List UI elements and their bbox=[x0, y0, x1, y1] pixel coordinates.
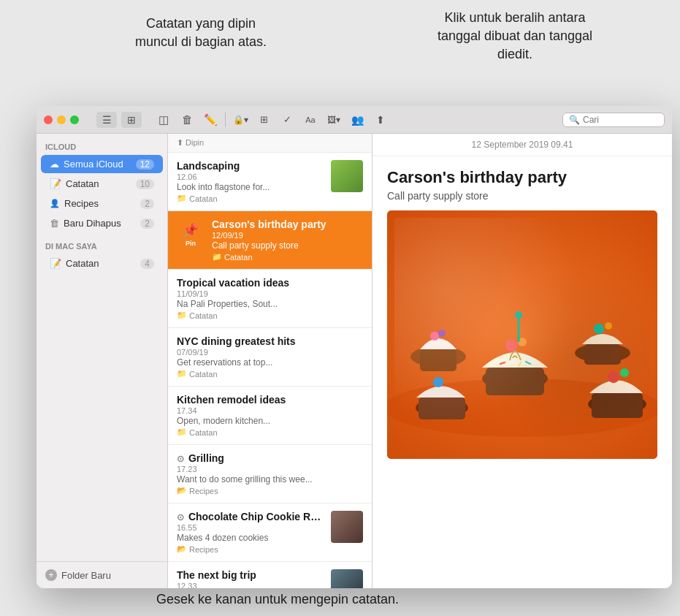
note-item-landscaping[interactable]: Landscaping 12.06 Look into flagstone fo… bbox=[168, 153, 372, 211]
lock-button[interactable]: 🔒▾ bbox=[230, 111, 251, 129]
note-content-tropical: Tropical vacation ideas 11/09/19 Na Pali… bbox=[177, 277, 363, 320]
pin-label: Pin bbox=[186, 240, 196, 247]
note-preview-landscaping: Look into flagstone for... bbox=[177, 182, 324, 192]
note-content-grilling: ⊙ Grilling 17.23 Want to do some grillin… bbox=[177, 452, 363, 495]
note-meta-carsons: 12/09/19 bbox=[212, 231, 363, 240]
sidebar-item-recipes[interactable]: 👤 Recipes 2 bbox=[41, 194, 163, 213]
svg-point-18 bbox=[620, 368, 629, 377]
svg-rect-8 bbox=[486, 368, 544, 395]
new-folder-button[interactable]: + Folder Baru bbox=[45, 569, 158, 581]
svg-point-6 bbox=[438, 330, 446, 337]
sidebar-item-semua-icloud[interactable]: ☁ Semua iCloud 12 bbox=[41, 155, 163, 173]
checklist-button[interactable]: ✓ bbox=[277, 111, 297, 129]
svg-rect-1 bbox=[387, 210, 657, 459]
svg-line-22 bbox=[500, 362, 505, 364]
note-title-text-chocolate: Chocolate Chip Cookie Recipe bbox=[188, 511, 324, 522]
grid-view-button[interactable]: ⊞ bbox=[121, 112, 142, 128]
svg-line-23 bbox=[526, 362, 530, 364]
close-button[interactable] bbox=[44, 115, 53, 124]
svg-point-2 bbox=[387, 379, 657, 437]
svg-point-21 bbox=[433, 377, 443, 387]
svg-point-10 bbox=[518, 338, 527, 346]
note-folder-label-carsons: Catatan bbox=[224, 253, 253, 262]
icloud-section-title: iCloud bbox=[37, 134, 167, 154]
folder-icon: 📁 bbox=[177, 194, 187, 203]
note-meta-grilling: 17.23 bbox=[177, 465, 363, 474]
svg-point-11 bbox=[575, 343, 630, 362]
delete-button[interactable]: 🗑 bbox=[177, 111, 197, 129]
search-bar[interactable]: 🔍 bbox=[562, 113, 665, 127]
media-button[interactable]: 🖼▾ bbox=[324, 111, 344, 129]
content-area: iCloud ☁ Semua iCloud 12 📝 Catatan 10 👤 … bbox=[37, 134, 672, 588]
maximize-button[interactable] bbox=[70, 115, 79, 124]
table-button[interactable]: ⊞ bbox=[253, 111, 274, 129]
note-meta-nyc: 07/09/19 bbox=[177, 348, 363, 357]
sidebar-item-label-baru-dihapus: Baru Dihapus bbox=[64, 218, 140, 229]
note-preview-grilling: Want to do some grilling this wee... bbox=[177, 474, 363, 484]
note-preview-tropical: Na Pali Properties, Sout... bbox=[177, 299, 363, 309]
note-title-carsons: Carson's birthday party bbox=[212, 218, 363, 230]
note-content-nyc: NYC dining greatest hits 07/09/19 Get re… bbox=[177, 335, 363, 379]
note-detail-date[interactable]: 12 September 2019 09.41 bbox=[373, 134, 672, 156]
note-folder-label-landscaping: Catatan bbox=[189, 194, 218, 203]
sidebar-item-count-recipes: 2 bbox=[140, 199, 154, 209]
note-item-carsons-birthday[interactable]: 📌 Pin Carson's birthday party 12/09/19 C… bbox=[168, 211, 372, 270]
folder-icon-chocolate: 📂 bbox=[177, 544, 187, 554]
note-title-trip: The next big trip bbox=[177, 569, 324, 581]
note-content-landscaping: Landscaping 12.06 Look into flagstone fo… bbox=[177, 160, 324, 203]
annotation-top-left: Catatan yang dipin muncul di bagian atas… bbox=[128, 15, 274, 51]
svg-point-19 bbox=[416, 398, 468, 417]
note-title-nyc: NYC dining greatest hits bbox=[177, 335, 363, 347]
toolbar: ◫ 🗑 ✏️ 🔒▾ ⊞ ✓ Aa 🖼▾ 👥 ⬆ bbox=[153, 111, 391, 129]
svg-point-5 bbox=[430, 332, 439, 341]
notes-icon-mac: 📝 bbox=[50, 258, 61, 269]
trash-icon: 🗑 bbox=[50, 218, 59, 229]
shared-icon-chocolate: ⊙ bbox=[177, 512, 184, 522]
pin-icon: 📌 bbox=[183, 222, 199, 238]
thumb-img-trip bbox=[331, 569, 363, 588]
sidebar-item-count-catatan-mac: 4 bbox=[140, 259, 154, 269]
note-item-tropical[interactable]: Tropical vacation ideas 11/09/19 Na Pali… bbox=[168, 270, 372, 328]
svg-point-13 bbox=[594, 324, 604, 334]
sidebar-item-label-catatan-mac: Catatan bbox=[66, 258, 140, 269]
svg-rect-16 bbox=[592, 393, 643, 418]
collaborate-button[interactable]: 👥 bbox=[347, 111, 367, 129]
minimize-button[interactable] bbox=[57, 115, 66, 124]
sidebar-item-catatan-icloud[interactable]: 📝 Catatan 10 bbox=[41, 175, 163, 193]
note-detail-content: Carson's birthday party Call party suppl… bbox=[373, 156, 672, 588]
list-view-button[interactable]: ☰ bbox=[96, 112, 117, 128]
format-button[interactable]: Aa bbox=[300, 111, 321, 129]
note-item-next-trip[interactable]: The next big trip 12.33 We had such a gr… bbox=[168, 562, 372, 588]
folder-icon-kitchen: 📁 bbox=[177, 427, 187, 437]
note-title-tropical: Tropical vacation ideas bbox=[177, 277, 363, 289]
note-title-text-grilling: Grilling bbox=[188, 452, 224, 464]
note-item-chocolate-chip[interactable]: ⊙ Chocolate Chip Cookie Recipe 16.55 Mak… bbox=[168, 503, 372, 562]
folder-icon-tropical: 📁 bbox=[177, 311, 187, 320]
note-folder-grilling: 📂 Recipes bbox=[177, 486, 363, 495]
sidebar-bottom: + Folder Baru bbox=[37, 561, 167, 588]
note-thumbnail-landscaping bbox=[331, 160, 363, 192]
search-input[interactable] bbox=[583, 115, 658, 125]
svg-rect-12 bbox=[584, 344, 621, 365]
svg-point-14 bbox=[605, 322, 612, 330]
note-item-grilling[interactable]: ⊙ Grilling 17.23 Want to do some grillin… bbox=[168, 445, 372, 503]
svg-point-15 bbox=[588, 394, 646, 414]
share-button[interactable]: ⬆ bbox=[370, 111, 391, 129]
note-item-kitchen[interactable]: Kitchen remodel ideas 17.34 Open, modern… bbox=[168, 387, 372, 445]
note-item-nyc[interactable]: NYC dining greatest hits 07/09/19 Get re… bbox=[168, 328, 372, 387]
note-detail-subtitle: Call party supply store bbox=[387, 190, 657, 202]
sidebar-item-baru-dihapus[interactable]: 🗑 Baru Dihapus 2 bbox=[41, 214, 163, 232]
svg-point-7 bbox=[482, 367, 548, 390]
svg-line-24 bbox=[519, 362, 521, 366]
note-meta-chocolate: 16.55 bbox=[177, 523, 324, 532]
note-preview-kitchen: Open, modern kitchen... bbox=[177, 416, 363, 426]
note-folder-tropical: 📁 Catatan bbox=[177, 311, 363, 320]
plus-icon: + bbox=[45, 569, 57, 581]
sidebar-item-catatan-mac[interactable]: 📝 Catatan 4 bbox=[41, 254, 163, 273]
sidebar-toggle-button[interactable]: ◫ bbox=[153, 111, 174, 129]
new-note-button[interactable]: ✏️ bbox=[200, 111, 221, 129]
note-folder-nyc: 📁 Catatan bbox=[177, 369, 363, 379]
mac-section-title: Di Mac Saya bbox=[37, 233, 167, 254]
note-preview-nyc: Get reservations at top... bbox=[177, 357, 363, 368]
note-folder-label-chocolate: Recipes bbox=[189, 545, 218, 554]
